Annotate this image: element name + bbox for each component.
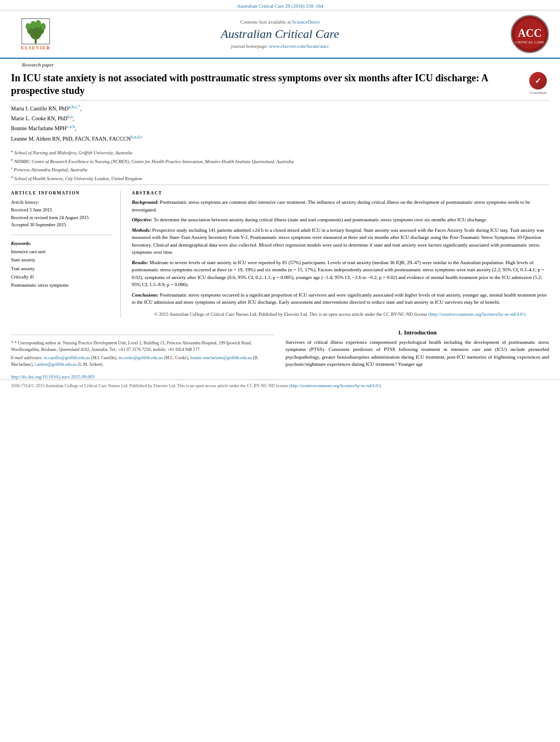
article-info-abstract: ARTICLE INFORMATION Article history: Rec… xyxy=(11,185,549,323)
abstract-conclusions: Conclusions: Posttraumatic stress sympto… xyxy=(132,292,549,306)
objective-label: Objective: xyxy=(132,217,154,222)
intro-two-col: * * Corresponding author at: Nursing Pra… xyxy=(11,329,549,372)
elsevier-logo: ELSEVIER xyxy=(11,18,60,51)
email-link-macfarlane[interactable]: bonnie.macfarlane@griffith.edu.au xyxy=(191,355,252,360)
license-link[interactable]: (http://creativecommons.org/licenses/by-… xyxy=(428,311,527,317)
crossmark-label: CrossMark xyxy=(529,91,546,95)
objective-text: To determine the association between anx… xyxy=(154,217,488,222)
intro-body-text: Survivors of critical illness experience… xyxy=(285,339,549,369)
doi-link[interactable]: http://dx.doi.org/10.1016/j.aucc.2015.09… xyxy=(11,374,94,380)
footnote-star-icon: * xyxy=(11,340,14,345)
journal-center: Contents lists available at ScienceDirec… xyxy=(60,19,500,49)
affil-d: d School of Health Sciences, City Univer… xyxy=(11,174,549,182)
introduction-section: * * Corresponding author at: Nursing Pra… xyxy=(11,323,549,372)
methods-label: Methods: xyxy=(132,227,152,233)
abstract-background: Background: Posttraumatic stress symptom… xyxy=(132,199,549,214)
crossmark-icon: ✓ xyxy=(529,72,547,90)
background-label: Background: xyxy=(132,199,160,205)
affiliations-section: a School of Nursing and Midwifery, Griff… xyxy=(11,146,549,185)
journal-logo-right: ACC CRITICAL CARE xyxy=(500,15,549,53)
main-content: Research paper In ICU state anxiety is n… xyxy=(0,59,560,372)
affil-b: b NHMRC Centre of Research Excellence in… xyxy=(11,157,549,165)
accepted-date: Accepted 30 September 2015 xyxy=(11,221,112,229)
abstract-column: ABSTRACT Background: Posttraumatic stres… xyxy=(132,191,549,317)
svg-point-7 xyxy=(41,23,46,30)
author-4: Leanne M. Aitken RN, PhD, FACN, FAAN, FA… xyxy=(11,134,549,143)
author-3: Bonnie Macfarlane MPHc,a,b, xyxy=(11,124,549,133)
abstract-results: Results: Moderate to severe levels of st… xyxy=(132,259,549,289)
journal-title: Australian Critical Care xyxy=(60,27,500,41)
results-label: Results: xyxy=(132,260,149,265)
svg-text:ACC: ACC xyxy=(518,27,541,39)
abstract-heading: ABSTRACT xyxy=(132,191,549,196)
background-text: Posttraumatic stress symptoms are common… xyxy=(132,199,530,213)
methods-text: Prospective study including 141 patients… xyxy=(132,227,544,255)
intro-right-col: 1. Introduction Survivors of critical il… xyxy=(285,329,549,372)
svg-point-5 xyxy=(35,20,41,29)
received-date: Received 5 June 2015 xyxy=(11,207,112,214)
received-revised-date: Received in revised form 24 August 2015 xyxy=(11,214,112,222)
authors-section: Maria I. Castillo RN, PhDa,b,c,*, Marie … xyxy=(11,101,549,146)
info-divider xyxy=(11,235,112,235)
abstract-content: Background: Posttraumatic stress symptom… xyxy=(132,199,549,317)
corresponding-author-note: * * Corresponding author at: Nursing Pra… xyxy=(11,339,275,354)
author-2: Marie L. Cooke RN, PhDb,a, xyxy=(11,114,549,123)
conclusions-label: Conclusions: xyxy=(132,292,160,298)
journal-issue-label: Australian Critical Care 29 (2016) 158–1… xyxy=(237,3,323,9)
elsevier-tree-icon xyxy=(19,18,52,45)
author-2-name: Marie L. Cooke RN, PhD xyxy=(11,115,68,121)
copyright-line: © 2015 Australian College of Critical Ca… xyxy=(132,311,549,318)
svg-point-6 xyxy=(26,23,31,30)
article-info-heading: ARTICLE INFORMATION xyxy=(11,191,112,196)
footnotes-section: * * Corresponding author at: Nursing Pra… xyxy=(11,334,275,372)
affil-a: a School of Nursing and Midwifery, Griff… xyxy=(11,148,549,157)
affil-c: c Princess Alexandra Hospital, Australia xyxy=(11,165,549,174)
keyword-5: Posttraumatic stress symptoms xyxy=(11,281,112,289)
email-link-cooke[interactable]: m.cooke@griffith.edu.au xyxy=(119,355,163,360)
journal-header: ELSEVIER Contents lists available at Sci… xyxy=(0,10,560,59)
keyword-1: Intensive care unit xyxy=(11,248,112,256)
keywords-label: Keywords: xyxy=(11,239,112,248)
intro-left-col: * * Corresponding author at: Nursing Pra… xyxy=(11,329,275,372)
journal-homepage: journal homepage: www.elsevier.com/locat… xyxy=(60,43,500,49)
article-info-column: ARTICLE INFORMATION Article history: Rec… xyxy=(11,191,121,317)
bottom-license-link[interactable]: http://creativecommons.org/licenses/by-n… xyxy=(290,383,379,388)
acc-logo-icon: ACC CRITICAL CARE xyxy=(512,16,548,52)
author-1: Maria I. Castillo RN, PhDa,b,c,*, xyxy=(11,104,549,113)
contents-available-text: Contents lists available at ScienceDirec… xyxy=(60,19,500,25)
sciencedirect-link[interactable]: ScienceDirect xyxy=(292,19,320,25)
author-4-name: Leanne M. Aitken RN, PhD, FACN, FAAN, FA… xyxy=(11,136,131,142)
email-link-aitken[interactable]: l.aitken@griffith.edu.au xyxy=(35,362,77,367)
journal-logo-circle: ACC CRITICAL CARE xyxy=(511,15,549,53)
email-addresses-note: E-mail addresses: m.castillo@griffith.ed… xyxy=(11,355,275,368)
article-title-section: In ICU state anxiety is not associated w… xyxy=(11,68,549,101)
keyword-2: State anxiety xyxy=(11,256,112,264)
crossmark-badge: ✓ CrossMark xyxy=(527,72,549,95)
top-bar: Australian Critical Care 29 (2016) 158–1… xyxy=(0,0,560,10)
bottom-bar: 1036-7314/© 2015 Australian College of C… xyxy=(0,380,560,392)
article-history: Article history: Received 5 June 2015 Re… xyxy=(11,199,112,228)
elsevier-wordmark: ELSEVIER xyxy=(21,45,51,51)
page-label: Research paper xyxy=(11,59,549,68)
abstract-objective: Objective: To determine the association … xyxy=(132,216,549,224)
journal-homepage-link[interactable]: www.elsevier.com/locate/aucc xyxy=(269,43,329,49)
results-text: Moderate to severe levels of state anxie… xyxy=(132,260,544,288)
conclusions-text: Posttraumatic stress symptoms occurred i… xyxy=(132,292,547,305)
author-3-name: Bonnie Macfarlane MPH xyxy=(11,126,66,132)
email-link-castillo[interactable]: m.castillo@griffith.edu.au xyxy=(44,355,90,360)
keyword-4: Critically ill xyxy=(11,273,112,281)
article-title: In ICU state anxiety is not associated w… xyxy=(11,72,522,98)
keywords-section: Keywords: Intensive care unit State anxi… xyxy=(11,239,112,290)
keyword-3: Trait anxiety xyxy=(11,265,112,273)
history-label: Article history: xyxy=(11,199,112,207)
intro-title: 1. Introduction xyxy=(285,329,549,336)
doi-line: http://dx.doi.org/10.1016/j.aucc.2015.09… xyxy=(0,372,560,380)
author-1-name: Maria I. Castillo RN, PhD xyxy=(11,105,69,111)
svg-text:CRITICAL CARE: CRITICAL CARE xyxy=(516,40,544,44)
abstract-methods: Methods: Prospective study including 141… xyxy=(132,227,549,256)
